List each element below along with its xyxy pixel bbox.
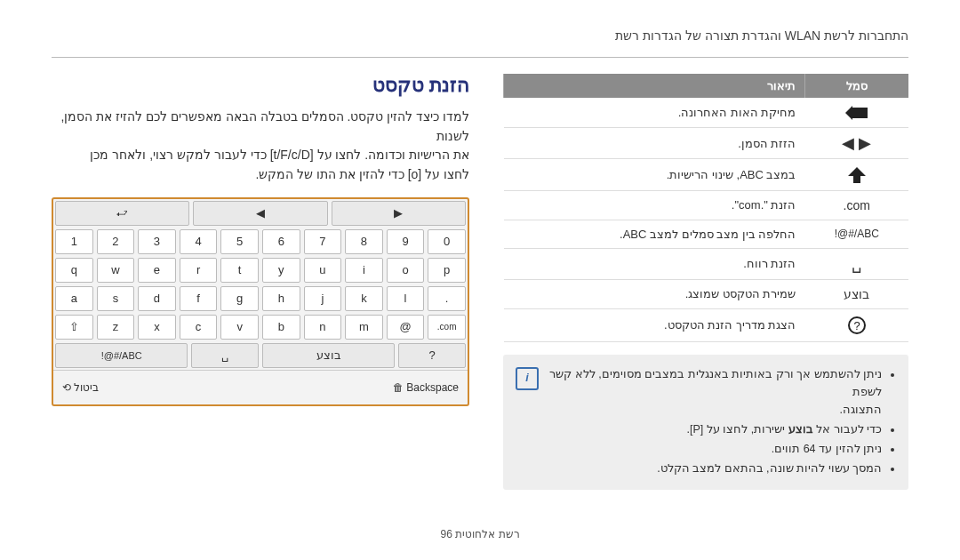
- symbols-table: סמל תיאור מחיקת האות האחרונה. ◀ ▶ הזזת ה…: [503, 74, 908, 342]
- kb-key[interactable]: 5: [220, 229, 259, 254]
- shift-icon[interactable]: ⇧: [55, 315, 93, 340]
- kb-key[interactable]: 6: [262, 229, 300, 254]
- kb-key[interactable]: 0: [428, 229, 466, 254]
- table-row: בוצע שמירת הטקסט שמוצג.: [504, 279, 909, 308]
- kb-key[interactable]: c: [180, 315, 218, 340]
- th-symbol: סמל: [805, 74, 909, 98]
- kb-left-icon[interactable]: ◀: [193, 201, 327, 226]
- kb-key-com[interactable]: .com: [428, 315, 466, 340]
- kb-row4: ⇧ z x c v b n m @ .com: [53, 313, 468, 341]
- help-icon: ?: [805, 308, 909, 341]
- kb-key[interactable]: p: [428, 258, 466, 283]
- kb-key[interactable]: z: [97, 315, 135, 340]
- info-icon: i: [516, 367, 539, 390]
- kb-key[interactable]: 4: [180, 229, 218, 254]
- section-title: הזנת טקסט: [52, 74, 469, 97]
- svg-text:?: ?: [853, 319, 860, 332]
- kb-bottom-row: ⟲ ביטול 🗑 Backspace: [53, 370, 468, 404]
- kb-backspace[interactable]: 🗑 Backspace: [262, 376, 466, 399]
- kb-key[interactable]: x: [138, 315, 176, 340]
- table-row: ␣ הזנת רווח.: [504, 248, 909, 279]
- table-row: ◀ ▶ הזזת הסמן.: [504, 128, 909, 159]
- kb-key[interactable]: r: [180, 258, 218, 283]
- kb-space[interactable]: ␣: [191, 343, 259, 368]
- kb-row2: q w e r t y u i o p: [53, 256, 468, 284]
- th-desc: תיאור: [504, 74, 805, 98]
- back-arrow-icon: [805, 98, 909, 128]
- note-box: i ניתן להשתמש אך ורק באותיות באנגלית במצ…: [503, 355, 908, 490]
- kb-key[interactable]: 8: [345, 229, 383, 254]
- kb-func-row: !@#/ABC ␣ בוצע ?: [53, 341, 468, 370]
- kb-key[interactable]: 1: [55, 229, 93, 254]
- intro-text: למדו כיצד להזין טקסט. הסמלים בטבלה הבאה …: [52, 108, 469, 185]
- kb-key[interactable]: y: [262, 258, 300, 283]
- kb-mode-toggle[interactable]: !@#/ABC: [55, 343, 188, 368]
- kb-key[interactable]: .: [428, 286, 466, 311]
- kb-cancel[interactable]: ⟲ ביטול: [55, 376, 259, 399]
- kb-key[interactable]: u: [304, 258, 342, 283]
- header-rule: [52, 57, 908, 58]
- kb-key[interactable]: h: [262, 286, 300, 311]
- com-label: .com: [805, 190, 909, 220]
- kb-key[interactable]: o: [387, 258, 425, 283]
- kb-back-icon[interactable]: ⮐: [55, 201, 189, 226]
- kb-row1: 1 2 3 4 5 6 7 8 9 0: [53, 228, 468, 256]
- kb-right-icon[interactable]: ▶: [332, 201, 466, 226]
- kb-key[interactable]: d: [138, 286, 176, 311]
- kb-key[interactable]: t: [220, 258, 259, 283]
- kb-key[interactable]: 9: [387, 229, 425, 254]
- onscreen-keyboard[interactable]: ⮐ ◀ ▶ 1 2 3 4 5 6 7 8 9 0 q: [52, 197, 469, 406]
- note-item: המסך עשוי להיות שונה, בהתאם למצב הקלט.: [544, 460, 882, 477]
- kb-key[interactable]: @: [387, 315, 425, 340]
- kb-key[interactable]: j: [304, 286, 342, 311]
- kb-key[interactable]: 7: [304, 229, 342, 254]
- kb-done[interactable]: בוצע: [262, 343, 395, 368]
- shift-up-icon: [805, 159, 909, 190]
- table-row: ? הצגת מדריך הזנת הטקסט.: [504, 308, 909, 341]
- note-item: כדי לעבור אל בוצע ישירות, לחצו על [P].: [544, 420, 882, 438]
- kb-key[interactable]: s: [97, 286, 135, 311]
- left-right-arrows-icon: ◀ ▶: [805, 128, 909, 159]
- kb-row3: a s d f g h j k l .: [53, 284, 468, 313]
- kb-key[interactable]: v: [220, 315, 259, 340]
- table-row: .com הזנת ".com".: [504, 190, 909, 220]
- kb-key[interactable]: w: [97, 258, 135, 283]
- kb-key[interactable]: a: [55, 286, 93, 311]
- kb-key[interactable]: b: [262, 315, 300, 340]
- kb-key[interactable]: 3: [138, 229, 176, 254]
- table-row: !@#/ABC החלפה בין מצב סמלים למצב ABC.: [504, 220, 909, 248]
- kb-key[interactable]: e: [138, 258, 176, 283]
- kb-key[interactable]: m: [345, 315, 383, 340]
- kb-help-icon[interactable]: ?: [398, 343, 466, 368]
- kb-nav-row: ⮐ ◀ ▶: [53, 199, 468, 228]
- table-row: מחיקת האות האחרונה.: [504, 98, 909, 128]
- note-item: ניתן להשתמש אך ורק באותיות באנגלית במצבי…: [544, 365, 882, 419]
- done-label: בוצע: [805, 279, 909, 308]
- kb-key[interactable]: g: [220, 286, 259, 311]
- kb-key[interactable]: k: [345, 286, 383, 311]
- note-item: ניתן להזין עד 64 תווים.: [544, 440, 882, 458]
- page-footer: רשת אלחוטית 96: [0, 528, 960, 540]
- page-header: התחברות לרשת WLAN והגדרת תצורה של הגדרות…: [52, 28, 908, 48]
- kb-key[interactable]: n: [304, 315, 342, 340]
- kb-key[interactable]: i: [345, 258, 383, 283]
- kb-key[interactable]: 2: [97, 229, 135, 254]
- kb-key[interactable]: f: [180, 286, 218, 311]
- abc-symbol-label: !@#/ABC: [805, 220, 909, 248]
- kb-key[interactable]: q: [55, 258, 93, 283]
- kb-key[interactable]: l: [387, 286, 425, 311]
- table-row: במצב ABC, שינוי הרישיות.: [504, 159, 909, 190]
- space-icon: ␣: [805, 248, 909, 279]
